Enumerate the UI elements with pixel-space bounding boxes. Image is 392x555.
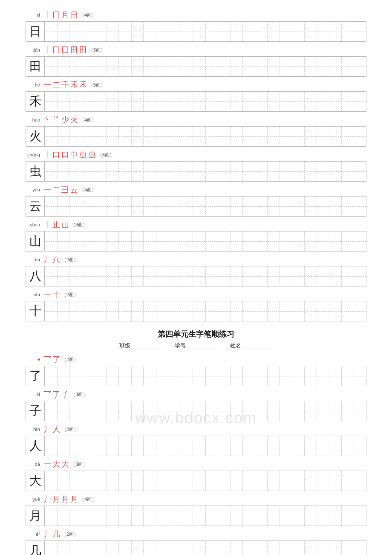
grid-cell <box>218 162 243 181</box>
practice-grid <box>45 197 366 216</box>
grid-cell <box>69 162 94 181</box>
grid-cell <box>119 162 144 181</box>
practice-grid <box>45 436 366 456</box>
grid-cell <box>45 57 69 76</box>
grid-cell <box>243 541 268 555</box>
grid-cell <box>69 231 94 251</box>
practice-grid <box>45 541 366 555</box>
char-block-山: shān丨止山（3画）山 <box>26 218 366 251</box>
grid-cell <box>243 401 268 421</box>
grid-cell <box>317 471 342 491</box>
stroke-order: 一大大（3画） <box>42 459 366 469</box>
stroke-count: （4画） <box>80 496 96 503</box>
grid-cell <box>94 162 119 181</box>
stroke-char: 大 <box>52 459 60 469</box>
char-block-月: yuè丿月月月（4画）月 <box>26 493 366 526</box>
grid-cell <box>193 506 218 526</box>
grid-cell <box>342 57 366 76</box>
grid-cell <box>45 436 69 456</box>
stroke-char: 丨 <box>43 10 51 20</box>
big-char: 虫 <box>26 162 45 181</box>
grid-cell <box>317 366 342 386</box>
grid-cell <box>317 301 342 321</box>
grid-cell <box>268 57 292 76</box>
grid-cell <box>144 127 168 146</box>
stroke-char: 山 <box>61 220 69 230</box>
char-top-row: dà一大大（3画） <box>26 458 366 471</box>
stroke-char: 八 <box>52 254 60 265</box>
grid-cell <box>119 301 144 321</box>
stroke-char: ⺌ <box>52 115 60 125</box>
grid-cell <box>168 127 193 146</box>
grid-cell <box>268 266 292 286</box>
grid-cell <box>218 366 243 386</box>
stroke-count: （2画） <box>62 257 78 263</box>
practice-grid <box>45 22 366 41</box>
grid-cell <box>144 401 168 421</box>
grid-cell <box>45 366 69 386</box>
stroke-count: （5画） <box>89 82 105 88</box>
grid-cell <box>193 22 218 41</box>
grid-cell <box>243 22 268 41</box>
grid-cell <box>69 197 94 216</box>
char-bottom-row: 子 <box>26 401 366 421</box>
stroke-char: 止 <box>52 220 60 230</box>
stroke-count: （4画） <box>80 12 96 18</box>
stroke-char: 口 <box>61 150 69 160</box>
char-top-row: chóng丨口口中虫虫（6画） <box>26 148 366 161</box>
grid-cell <box>45 541 69 555</box>
grid-cell <box>218 541 243 555</box>
grid-cell <box>94 436 119 456</box>
grid-cell <box>45 471 69 491</box>
stroke-chars: 丿几 <box>43 529 60 539</box>
grid-cell <box>342 266 366 286</box>
grid-cell <box>268 127 292 146</box>
char-bottom-row: 几 <box>26 541 366 555</box>
grid-cell <box>168 436 193 456</box>
stroke-char: 了 <box>52 354 60 364</box>
grid-cell <box>94 197 119 216</box>
stroke-chars: 丶⺌少火 <box>43 115 78 125</box>
char-block-子: zǐ乛了子（3画）子 <box>26 388 366 421</box>
stroke-count: （2画） <box>62 426 78 433</box>
char-block-虫: chóng丨口口中虫虫（6画）虫 <box>26 148 366 182</box>
grid-cell <box>94 266 119 286</box>
grid-cell <box>218 266 243 286</box>
practice-grid <box>45 127 366 146</box>
grid-cell <box>119 57 144 76</box>
name-field: 姓名 <box>230 342 273 350</box>
grid-cell <box>94 231 119 251</box>
stroke-order: 丨止山（3画） <box>42 220 366 230</box>
stroke-char: 一 <box>43 185 51 195</box>
stroke-order: 丨口口中虫虫（6画） <box>42 150 366 160</box>
grid-cell <box>94 366 119 386</box>
grid-cell <box>168 57 193 76</box>
grid-cell <box>317 162 342 181</box>
grid-cell <box>168 22 193 41</box>
stroke-char: 了 <box>52 389 60 399</box>
char-top-row: bā丿八（2画） <box>26 253 366 266</box>
grid-cell <box>243 162 268 181</box>
grid-cell <box>69 22 94 41</box>
char-block-田: tián丨冂囗田田（5画）田 <box>26 43 366 77</box>
grid-cell <box>193 366 218 386</box>
grid-cell <box>69 92 94 111</box>
stroke-chars: 丨口口中虫虫 <box>43 150 96 160</box>
grid-cell <box>45 197 69 216</box>
big-char: 禾 <box>26 92 45 111</box>
stroke-order: 乛了（2画） <box>42 354 366 364</box>
grid-cell <box>69 541 94 555</box>
section2-title: 第四单元生字笔顺练习 <box>26 329 366 339</box>
stroke-count: （4画） <box>80 187 96 193</box>
grid-cell <box>268 436 292 456</box>
char-bottom-row: 人 <box>26 436 366 456</box>
grid-cell <box>317 541 342 555</box>
grid-cell <box>317 22 342 41</box>
big-char: 山 <box>26 231 45 251</box>
stroke-char: 丿 <box>43 494 51 504</box>
stroke-char: 丨 <box>43 150 51 160</box>
grid-cell <box>119 231 144 251</box>
big-char: 大 <box>26 471 45 491</box>
char-top-row: rì丨冂月日（4画） <box>26 9 366 21</box>
grid-cell <box>193 266 218 286</box>
